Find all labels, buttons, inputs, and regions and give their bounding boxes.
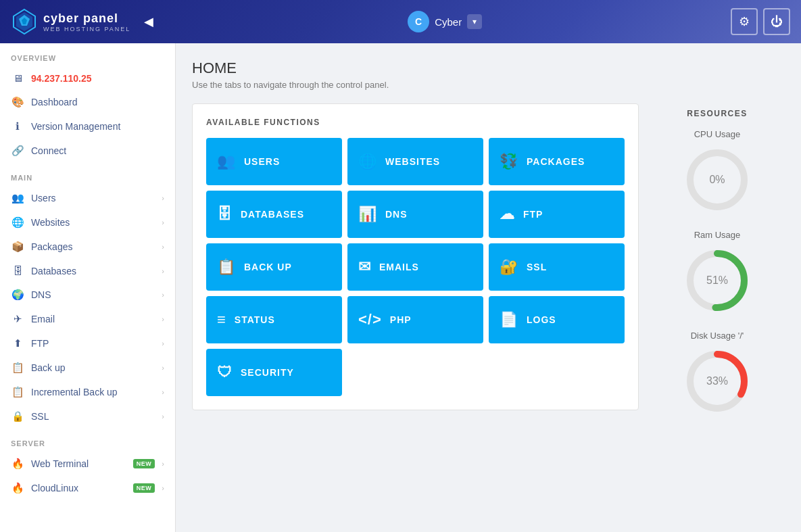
main-layout: OVERVIEW 🖥 94.237.110.25 🎨 Dashboard ℹ V… xyxy=(0,43,801,532)
resources-panel: RESOURCES CPU Usage 0% Ram Usage xyxy=(650,103,785,431)
chevron-right-icon: › xyxy=(162,388,164,396)
sidebar: OVERVIEW 🖥 94.237.110.25 🎨 Dashboard ℹ V… xyxy=(0,43,176,532)
content-row: AVAILABLE FUNCTIONS 👥 USERS 🌐 WEBSITES 💱… xyxy=(192,103,785,431)
server-ip: 94.237.110.25 xyxy=(31,73,164,84)
sidebar-item-ftp[interactable]: ⬆ FTP › xyxy=(0,331,175,356)
ftp-icon: ⬆ xyxy=(11,337,24,349)
disk-resource: Disk Usage '/' 33% xyxy=(650,331,785,415)
sidebar-item-ssl[interactable]: 🔒 SSL › xyxy=(0,404,175,429)
ram-chart: 51% xyxy=(683,247,751,314)
new-badge: NEW xyxy=(133,459,155,468)
func-emails-button[interactable]: ✉ EMAILS xyxy=(347,243,483,291)
logo-text: cyber panel WEB HOSTING PANEL xyxy=(43,11,130,32)
databases-func-icon: 🗄 xyxy=(217,205,233,223)
content-area: HOME Use the tabs to navigate through th… xyxy=(176,43,801,532)
sidebar-item-label: DNS xyxy=(31,289,155,300)
functions-grid: 👥 USERS 🌐 WEBSITES 💱 PACKAGES 🗄 DATABASE… xyxy=(206,138,625,396)
func-label: PHP xyxy=(390,314,412,325)
chevron-right-icon: › xyxy=(162,412,164,420)
logs-func-icon: 📄 xyxy=(500,311,518,329)
user-menu[interactable]: C Cyber ▾ xyxy=(408,11,482,32)
sidebar-item-backup[interactable]: 📋 Back up › xyxy=(0,356,175,380)
ssl-icon: 🔒 xyxy=(11,410,24,422)
packages-func-icon: 💱 xyxy=(500,153,518,170)
func-label: EMAILS xyxy=(379,262,419,272)
disk-chart: 33% xyxy=(683,347,751,415)
func-packages-button[interactable]: 💱 PACKAGES xyxy=(489,138,625,185)
collapse-button[interactable]: ◀ xyxy=(139,11,159,32)
sidebar-item-label: Back up xyxy=(31,362,155,373)
user-dropdown-button[interactable]: ▾ xyxy=(467,14,482,29)
sidebar-item-packages[interactable]: 📦 Packages › xyxy=(0,235,175,259)
connect-icon: 🔗 xyxy=(11,145,24,157)
chevron-right-icon: › xyxy=(162,267,164,275)
sidebar-section-overview: OVERVIEW 🖥 94.237.110.25 🎨 Dashboard ℹ V… xyxy=(0,43,175,163)
ram-label: Ram Usage xyxy=(650,230,785,240)
sidebar-item-dns[interactable]: 🌍 DNS › xyxy=(0,283,175,307)
user-name: Cyber xyxy=(435,16,462,28)
chevron-right-icon: › xyxy=(162,339,164,347)
sidebar-item-label: Users xyxy=(31,193,155,203)
globe-icon: 🌐 xyxy=(11,216,24,228)
page-subtitle: Use the tabs to navigate through the con… xyxy=(192,80,785,90)
sidebar-item-version[interactable]: ℹ Version Management xyxy=(0,114,175,139)
functions-panel: AVAILABLE FUNCTIONS 👥 USERS 🌐 WEBSITES 💱… xyxy=(192,103,639,410)
sidebar-item-label: Packages xyxy=(31,241,155,252)
ram-resource: Ram Usage 51% xyxy=(650,230,785,314)
chevron-right-icon: › xyxy=(162,291,164,299)
page-title: HOME xyxy=(192,59,785,77)
cloudlinux-icon: 🔥 xyxy=(11,482,24,494)
power-button[interactable]: ⏻ xyxy=(763,8,790,35)
func-php-button[interactable]: </> PHP xyxy=(347,296,483,343)
info-icon: ℹ xyxy=(11,120,24,132)
func-ftp-button[interactable]: ☁ FTP xyxy=(489,191,625,238)
sidebar-item-users[interactable]: 👥 Users › xyxy=(0,186,175,210)
func-status-button[interactable]: ≡ STATUS xyxy=(206,296,342,343)
func-databases-button[interactable]: 🗄 DATABASES xyxy=(206,191,342,238)
sidebar-item-incremental[interactable]: 📋 Incremental Back up › xyxy=(0,380,175,404)
sidebar-item-label: Databases xyxy=(31,266,155,276)
sidebar-item-cloudlinux[interactable]: 🔥 CloudLinux NEW › xyxy=(0,476,175,500)
database-icon: 🗄 xyxy=(11,265,24,276)
func-backup-button[interactable]: 📋 BACK UP xyxy=(206,243,342,291)
cpu-chart: 0% xyxy=(683,146,751,214)
users-func-icon: 👥 xyxy=(217,153,236,170)
func-ssl-button[interactable]: 🔐 SSL xyxy=(489,243,625,291)
func-label: SSL xyxy=(527,262,547,272)
ssl-func-icon: 🔐 xyxy=(500,258,518,276)
sidebar-item-label: Dashboard xyxy=(31,97,164,107)
sidebar-item-email[interactable]: ✈ Email › xyxy=(0,307,175,331)
users-icon: 👥 xyxy=(11,192,24,204)
header-actions: ⚙ ⏻ xyxy=(731,8,790,35)
func-users-button[interactable]: 👥 USERS xyxy=(206,138,342,185)
sidebar-item-label: FTP xyxy=(31,338,155,349)
avatar: C xyxy=(408,11,429,32)
brand-name: cyber panel xyxy=(43,11,130,26)
func-dns-button[interactable]: 📊 DNS xyxy=(347,191,483,238)
settings-button[interactable]: ⚙ xyxy=(731,8,758,35)
cpu-resource: CPU Usage 0% xyxy=(650,129,785,214)
func-websites-button[interactable]: 🌐 WEBSITES xyxy=(347,138,483,185)
section-title-overview: OVERVIEW xyxy=(0,43,175,66)
func-logs-button[interactable]: 📄 LOGS xyxy=(489,296,625,343)
sidebar-item-label: Email xyxy=(31,314,155,324)
logo: cyber panel WEB HOSTING PANEL xyxy=(11,8,130,35)
func-security-button[interactable]: 🛡 SECURITY xyxy=(206,349,342,396)
functions-title: AVAILABLE FUNCTIONS xyxy=(206,118,625,127)
func-label: USERS xyxy=(244,156,280,167)
sidebar-item-ip[interactable]: 🖥 94.237.110.25 xyxy=(0,66,175,90)
dashboard-icon: 🎨 xyxy=(11,96,24,108)
header-left: cyber panel WEB HOSTING PANEL ◀ xyxy=(11,8,159,35)
sidebar-item-websites[interactable]: 🌐 Websites › xyxy=(0,210,175,235)
sidebar-item-connect[interactable]: 🔗 Connect xyxy=(0,139,175,163)
chevron-right-icon: › xyxy=(162,460,164,468)
sidebar-item-dashboard[interactable]: 🎨 Dashboard xyxy=(0,90,175,114)
brand-sub: WEB HOSTING PANEL xyxy=(43,26,130,32)
func-label: SECURITY xyxy=(241,367,294,378)
section-title-main: MAIN xyxy=(0,163,175,186)
chevron-right-icon: › xyxy=(162,218,164,226)
sidebar-item-webterminal[interactable]: 🔥 Web Terminal NEW › xyxy=(0,452,175,476)
sidebar-item-databases[interactable]: 🗄 Databases › xyxy=(0,259,175,283)
sidebar-section-server: SERVER 🔥 Web Terminal NEW › 🔥 CloudLinux… xyxy=(0,429,175,500)
dns-icon: 🌍 xyxy=(11,289,24,301)
